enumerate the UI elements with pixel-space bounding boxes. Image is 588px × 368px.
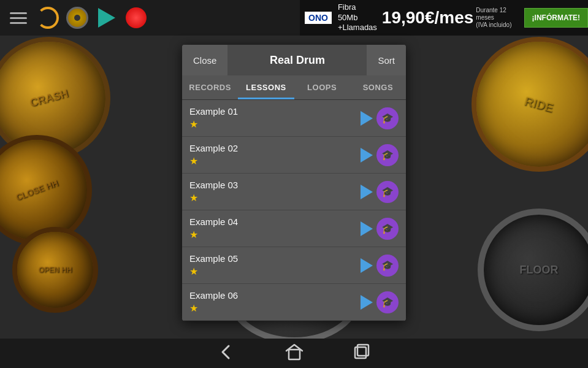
back-button[interactable] <box>218 343 236 363</box>
song-name-5: Example 05 <box>189 253 361 264</box>
play-button[interactable] <box>94 6 119 30</box>
ad-line1: Fibra 50Mb <box>338 2 377 23</box>
menu-button[interactable] <box>6 6 31 30</box>
stop-icon <box>126 7 147 28</box>
song-name-3: Example 03 <box>189 180 361 190</box>
back-icon <box>218 343 236 361</box>
song-item-2: Example 02 ★ 🎓 <box>182 137 406 174</box>
lesson-btn-3[interactable]: 🎓 <box>376 181 399 203</box>
ad-banner: ONO Fibra 50Mb +Llamadas 19,90€/mes Dura… <box>300 0 588 36</box>
svg-rect-0 <box>289 350 300 359</box>
svg-rect-1 <box>355 347 366 358</box>
refresh-button[interactable] <box>36 6 60 30</box>
play-song-6[interactable] <box>361 295 373 310</box>
song-info-3: Example 03 ★ <box>189 180 361 204</box>
stop-button[interactable] <box>124 6 148 30</box>
song-info-2: Example 02 ★ <box>189 143 361 167</box>
menu-icon <box>10 12 27 24</box>
song-actions-5: 🎓 <box>361 255 399 277</box>
recents-button[interactable] <box>353 343 371 363</box>
song-info-1: Example 01 ★ <box>189 106 361 130</box>
refresh-icon <box>37 7 59 29</box>
ad-line2: +Llamadas <box>338 23 377 33</box>
song-actions-4: 🎓 <box>361 218 399 240</box>
top-bar-controls <box>6 6 148 30</box>
ad-price: 19,90€/mes <box>382 8 473 28</box>
song-name-2: Example 02 <box>189 143 361 153</box>
play-song-5[interactable] <box>361 258 373 273</box>
song-item-1: Example 01 ★ 🎓 <box>182 100 406 137</box>
top-bar: ONO Fibra 50Mb +Llamadas 19,90€/mes Dura… <box>0 0 588 36</box>
dialog-tabs: RECORDS LESSONS LOOPS SONGS <box>182 75 406 100</box>
song-item-3: Example 03 ★ 🎓 <box>182 174 406 210</box>
song-star-3: ★ <box>189 192 361 204</box>
dialog-overlay: Close Real Drum Sort RECORDS LESSONS LOO… <box>0 36 588 339</box>
home-icon <box>285 343 304 361</box>
song-star-2: ★ <box>189 155 361 167</box>
play-song-4[interactable] <box>361 221 373 236</box>
song-actions-6: 🎓 <box>361 291 399 313</box>
sort-button[interactable]: Sort <box>367 45 406 75</box>
home-button[interactable] <box>285 343 304 363</box>
tab-loops[interactable]: LOOPS <box>294 75 350 99</box>
song-actions-2: 🎓 <box>361 144 399 166</box>
bottom-nav-bar <box>0 339 588 368</box>
play-song-1[interactable] <box>361 111 373 126</box>
lesson-btn-1[interactable]: 🎓 <box>376 107 399 129</box>
song-info-6: Example 06 ★ <box>189 290 361 314</box>
ad-cta-button[interactable]: ¡INFÓRMATE! <box>524 8 588 28</box>
song-item-4: Example 04 ★ 🎓 <box>182 210 406 247</box>
ad-price-sub: Durante 12 meses (IVA incluido) <box>476 7 519 29</box>
song-star-1: ★ <box>189 118 361 130</box>
play-icon <box>98 8 115 28</box>
dialog-title: Real Drum <box>227 54 367 67</box>
record-inner <box>74 15 80 21</box>
song-info-5: Example 05 ★ <box>189 253 361 277</box>
song-item-6: Example 06 ★ 🎓 <box>182 284 406 321</box>
lesson-btn-4[interactable]: 🎓 <box>376 218 399 240</box>
play-song-3[interactable] <box>361 185 373 199</box>
song-star-6: ★ <box>189 302 361 314</box>
close-button[interactable]: Close <box>182 45 227 75</box>
ad-sub1: Durante 12 meses <box>476 7 519 21</box>
song-list: Example 01 ★ 🎓 Example 02 ★ 🎓 <box>182 100 406 321</box>
svg-rect-2 <box>357 345 368 356</box>
play-song-2[interactable] <box>361 148 373 163</box>
record-icon <box>66 7 88 29</box>
tab-lessons[interactable]: LESSONS <box>238 75 294 99</box>
song-info-4: Example 04 ★ <box>189 217 361 240</box>
song-actions-3: 🎓 <box>361 181 399 203</box>
lesson-btn-5[interactable]: 🎓 <box>376 255 399 277</box>
dialog-header: Close Real Drum Sort <box>182 45 406 75</box>
lesson-btn-6[interactable]: 🎓 <box>376 291 399 313</box>
tab-songs[interactable]: SONGS <box>350 75 406 99</box>
lesson-btn-2[interactable]: 🎓 <box>376 144 399 166</box>
song-name-1: Example 01 <box>189 106 361 117</box>
ad-text: Fibra 50Mb +Llamadas <box>338 2 377 34</box>
recents-icon <box>353 343 371 361</box>
ad-brand: ONO <box>305 12 332 24</box>
song-item-5: Example 05 ★ 🎓 <box>182 247 406 284</box>
song-star-5: ★ <box>189 266 361 277</box>
song-name-6: Example 06 <box>189 290 361 301</box>
ad-sub2: (IVA incluido) <box>476 21 519 29</box>
real-drum-dialog: Close Real Drum Sort RECORDS LESSONS LOO… <box>182 45 406 321</box>
record-mode-button[interactable] <box>65 6 90 30</box>
song-name-4: Example 04 <box>189 217 361 227</box>
tab-records[interactable]: RECORDS <box>182 75 238 99</box>
song-actions-1: 🎓 <box>361 107 399 129</box>
song-star-4: ★ <box>189 229 361 240</box>
